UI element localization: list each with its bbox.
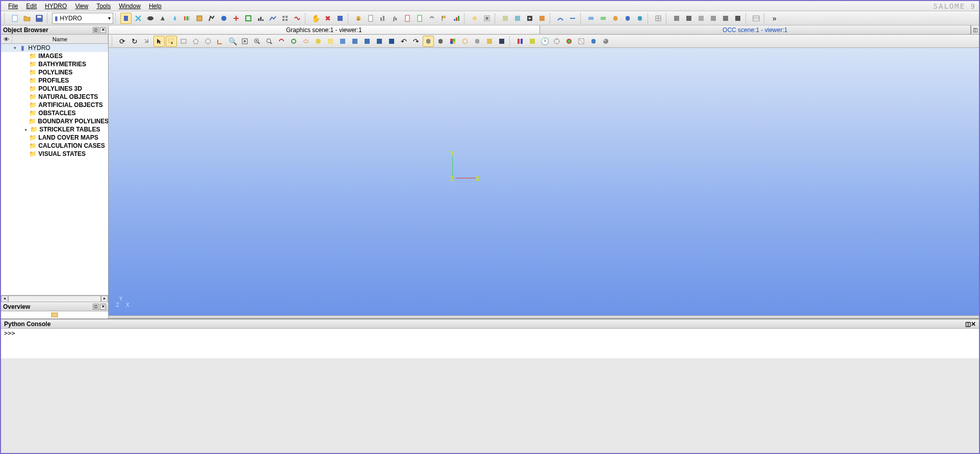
tb-shape3d-icon[interactable]	[157, 13, 168, 24]
vt-page-blue4-icon[interactable]	[374, 36, 385, 47]
vt-rotate-icon[interactable]	[276, 36, 287, 47]
tb-cube-s1-icon[interactable]	[671, 13, 682, 24]
tb-drop-icon[interactable]	[169, 13, 180, 24]
object-tree[interactable]: ▾▮ HYDRO 📁 IMAGES 📁 BATHYMETRIES 📁 POLYL…	[1, 44, 108, 295]
tb-cube-s3-icon[interactable]	[695, 13, 707, 24]
tb-grid-icon[interactable]	[653, 13, 664, 24]
tb-chart-bar-icon[interactable]	[255, 13, 266, 24]
vt-page-blue3-icon[interactable]	[362, 36, 373, 47]
tb-cube-s4-icon[interactable]	[708, 13, 719, 24]
tb-cube-s2-icon[interactable]	[683, 13, 694, 24]
tb-page-red-icon[interactable]	[402, 13, 413, 24]
vt-page-colorful-icon[interactable]	[496, 36, 507, 47]
overview-detach-button[interactable]: ◫	[93, 304, 99, 310]
tb-red-arrows-icon[interactable]	[230, 13, 242, 24]
tree-item[interactable]: 📁 POLYLINES 3D	[1, 85, 108, 93]
tree-item[interactable]: 📁 CALCULATION CASES	[1, 142, 108, 150]
vt-cube-wire-icon[interactable]	[459, 36, 471, 47]
vt-cube-colors-icon[interactable]	[447, 36, 458, 47]
tb-chart-line-icon[interactable]	[267, 13, 278, 24]
vt-rotate2-icon[interactable]	[288, 36, 299, 47]
tb-page-green-icon[interactable]	[414, 13, 425, 24]
menu-edit[interactable]: Edit	[22, 2, 41, 11]
tb-gamepad-icon[interactable]	[145, 13, 156, 24]
tb-cube-s6-icon[interactable]	[732, 13, 743, 24]
menu-tools[interactable]: Tools	[92, 2, 115, 11]
tb-diamond-icon[interactable]	[469, 13, 480, 24]
tb-hand-icon[interactable]: ✋	[310, 13, 321, 24]
tree-item[interactable]: 📁 BATHYMETRIES	[1, 60, 108, 68]
tb-grid-small-icon[interactable]	[279, 13, 291, 24]
vt-cube-special-icon[interactable]	[472, 36, 483, 47]
vt-cube-final-icon[interactable]	[588, 36, 599, 47]
tb-layers-icon[interactable]	[353, 13, 364, 24]
tb-rect-green-icon[interactable]	[598, 13, 609, 24]
vt-color-wheel-icon[interactable]	[563, 36, 575, 47]
vt-axis-arrow-icon[interactable]	[215, 36, 226, 47]
new-doc-button[interactable]	[9, 13, 20, 24]
tb-red-x-icon[interactable]: ✖	[322, 13, 333, 24]
vt-circle-icon[interactable]	[202, 36, 214, 47]
vt-special-icon[interactable]	[313, 36, 324, 47]
save-doc-button[interactable]	[34, 13, 45, 24]
tb-link-icon[interactable]	[426, 13, 437, 24]
tb-rect-blue-icon[interactable]	[585, 13, 597, 24]
vt-zoom-icon[interactable]: 🔍	[227, 36, 238, 47]
vt-refresh-icon[interactable]: ⟳	[117, 36, 128, 47]
tree-root-hydro[interactable]: ▾▮ HYDRO	[1, 44, 108, 52]
vt-cursor-rotate-icon[interactable]	[141, 36, 152, 47]
vt-rotate-z-icon[interactable]	[551, 36, 562, 47]
tb-red-scribble-icon[interactable]	[292, 13, 303, 24]
vt-cursor-rect-icon[interactable]	[166, 36, 177, 47]
vt-pentagon-icon[interactable]	[190, 36, 201, 47]
tab-graphics-scene[interactable]: Graphics scene:1 - viewer:1	[109, 25, 540, 34]
tb-page-cyan-icon[interactable]	[512, 13, 523, 24]
tb-more-icon[interactable]: »	[769, 13, 780, 24]
tree-item[interactable]: 📁 OBSTACLES	[1, 109, 108, 117]
vt-cube-gray-icon[interactable]	[435, 36, 446, 47]
vt-split-v-icon[interactable]	[514, 36, 526, 47]
tb-table-icon[interactable]	[751, 13, 762, 24]
vt-time-icon[interactable]: 🕐	[539, 36, 550, 47]
tb-cube-cyan-icon[interactable]	[634, 13, 646, 24]
ob-hscrollbar[interactable]: ◂▸	[1, 295, 108, 302]
tb-box-green-icon[interactable]	[243, 13, 254, 24]
menu-hydro[interactable]: HYDRO	[41, 2, 71, 11]
pc-close-button[interactable]: ✕	[971, 321, 976, 328]
tree-item[interactable]: 📁 POLYLINES	[1, 68, 108, 76]
tb-blue-line2-icon[interactable]	[567, 13, 578, 24]
3d-viewport[interactable]: Y Z X Y Z X	[109, 48, 979, 315]
vt-page-blue5-icon[interactable]	[386, 36, 397, 47]
tb-blue-line-icon[interactable]	[555, 13, 566, 24]
vt-cube-view-icon[interactable]	[423, 36, 434, 47]
tree-item[interactable]: 📁 BOUNDARY POLYLINES	[1, 117, 108, 125]
vt-zoom-fit-icon[interactable]	[239, 36, 250, 47]
tb-chart-blue-icon[interactable]	[334, 13, 346, 24]
tb-page-play-icon[interactable]	[524, 13, 535, 24]
module-selector[interactable]: ▮ HYDRO▾	[52, 13, 113, 24]
ob-detach-button[interactable]: ◫	[93, 27, 99, 33]
overview-close-button[interactable]: ✕	[100, 304, 106, 310]
python-console-input[interactable]: >>>	[1, 329, 979, 358]
tree-item[interactable]: 📁 PROFILES	[1, 76, 108, 85]
vt-page-blue1-icon[interactable]	[337, 36, 348, 47]
vt-rect-empty-icon[interactable]	[178, 36, 189, 47]
tree-item[interactable]: 📁 VISUAL STATES	[1, 150, 108, 158]
vt-sphere-icon[interactable]	[600, 36, 611, 47]
tb-book-icon[interactable]	[194, 13, 205, 24]
pc-detach-button[interactable]: ◫	[965, 321, 971, 328]
tab-occ-scene[interactable]: OCC scene:1 - viewer:1	[540, 25, 971, 34]
tb-page-orange-icon[interactable]	[536, 13, 548, 24]
tree-item[interactable]: ▸📁 STRICKLER TABLES	[1, 125, 108, 133]
tb-hydro-blue-icon[interactable]	[120, 13, 132, 24]
tb-poly-dark-icon[interactable]	[206, 13, 217, 24]
tb-page-img-icon[interactable]	[500, 13, 511, 24]
tb-hydro-cyan-icon[interactable]	[133, 13, 144, 24]
open-doc-button[interactable]	[21, 13, 33, 24]
menu-file[interactable]: File	[4, 2, 22, 11]
tb-flag-icon[interactable]	[439, 13, 450, 24]
tree-item[interactable]: 📁 LAND COVER MAPS	[1, 133, 108, 142]
menu-view[interactable]: View	[71, 2, 92, 11]
tree-item[interactable]: 📁 ARTIFICIAL OBJECTS	[1, 101, 108, 109]
tab-maximize-button[interactable]: ◫	[971, 25, 979, 34]
